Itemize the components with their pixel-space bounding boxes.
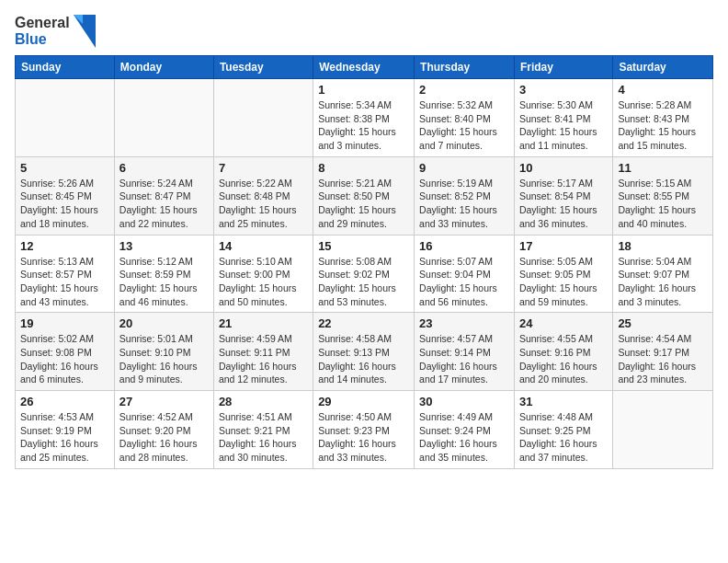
day-info: Sunrise: 4:48 AM Sunset: 9:25 PM Dayligh…: [519, 410, 608, 465]
calendar-cell: 2Sunrise: 5:32 AM Sunset: 8:40 PM Daylig…: [415, 79, 515, 157]
day-number: 14: [219, 239, 308, 253]
calendar-cell: 7Sunrise: 5:22 AM Sunset: 8:48 PM Daylig…: [213, 156, 313, 235]
calendar-cell: 14Sunrise: 5:10 AM Sunset: 9:00 PM Dayli…: [213, 235, 313, 313]
weekday-header-sunday: Sunday: [16, 56, 115, 79]
day-number: 24: [519, 316, 608, 330]
weekday-header-wednesday: Wednesday: [313, 56, 415, 79]
day-info: Sunrise: 5:04 AM Sunset: 9:07 PM Dayligh…: [618, 255, 708, 309]
calendar-cell: [613, 391, 713, 469]
day-number: 18: [618, 239, 708, 253]
calendar-cell: 28Sunrise: 4:51 AM Sunset: 9:21 PM Dayli…: [213, 391, 313, 469]
logo-text: General Blue: [15, 15, 70, 47]
calendar-cell: 13Sunrise: 5:12 AM Sunset: 8:59 PM Dayli…: [114, 235, 213, 313]
day-number: 19: [20, 316, 109, 330]
weekday-header-tuesday: Tuesday: [213, 56, 313, 79]
calendar-cell: [114, 79, 213, 157]
day-info: Sunrise: 5:12 AM Sunset: 8:59 PM Dayligh…: [119, 255, 209, 309]
calendar-cell: 8Sunrise: 5:21 AM Sunset: 8:50 PM Daylig…: [313, 156, 415, 235]
day-number: 22: [318, 316, 409, 330]
day-info: Sunrise: 4:55 AM Sunset: 9:16 PM Dayligh…: [519, 332, 608, 386]
day-number: 12: [20, 239, 109, 253]
calendar-cell: 4Sunrise: 5:28 AM Sunset: 8:43 PM Daylig…: [613, 79, 713, 157]
calendar-cell: 22Sunrise: 4:58 AM Sunset: 9:13 PM Dayli…: [313, 313, 415, 391]
day-number: 3: [519, 83, 608, 97]
calendar-cell: 25Sunrise: 4:54 AM Sunset: 9:17 PM Dayli…: [613, 313, 713, 391]
calendar-week-row: 1Sunrise: 5:34 AM Sunset: 8:38 PM Daylig…: [16, 79, 713, 157]
day-number: 10: [519, 161, 608, 175]
day-number: 13: [119, 239, 209, 253]
day-info: Sunrise: 4:52 AM Sunset: 9:20 PM Dayligh…: [119, 410, 209, 465]
day-info: Sunrise: 4:50 AM Sunset: 9:23 PM Dayligh…: [318, 410, 409, 465]
calendar-week-row: 19Sunrise: 5:02 AM Sunset: 9:08 PM Dayli…: [16, 313, 713, 391]
day-number: 20: [119, 316, 209, 330]
day-info: Sunrise: 4:59 AM Sunset: 9:11 PM Dayligh…: [219, 332, 308, 386]
day-info: Sunrise: 5:24 AM Sunset: 8:47 PM Dayligh…: [119, 177, 209, 231]
day-info: Sunrise: 4:51 AM Sunset: 9:21 PM Dayligh…: [219, 410, 308, 465]
day-info: Sunrise: 4:54 AM Sunset: 9:17 PM Dayligh…: [618, 332, 708, 386]
calendar-table: SundayMondayTuesdayWednesdayThursdayFrid…: [15, 55, 713, 469]
calendar-cell: 23Sunrise: 4:57 AM Sunset: 9:14 PM Dayli…: [415, 313, 515, 391]
calendar-cell: 15Sunrise: 5:08 AM Sunset: 9:02 PM Dayli…: [313, 235, 415, 313]
day-number: 31: [519, 395, 608, 408]
calendar-cell: 20Sunrise: 5:01 AM Sunset: 9:10 PM Dayli…: [114, 313, 213, 391]
day-info: Sunrise: 5:22 AM Sunset: 8:48 PM Dayligh…: [219, 177, 308, 231]
day-number: 26: [20, 395, 109, 408]
weekday-header-friday: Friday: [514, 56, 612, 79]
day-info: Sunrise: 5:30 AM Sunset: 8:41 PM Dayligh…: [519, 98, 608, 153]
calendar-cell: [213, 79, 313, 157]
day-info: Sunrise: 5:21 AM Sunset: 8:50 PM Dayligh…: [318, 177, 409, 231]
day-number: 28: [219, 395, 308, 408]
calendar-week-row: 5Sunrise: 5:26 AM Sunset: 8:45 PM Daylig…: [16, 156, 713, 235]
calendar-cell: 26Sunrise: 4:53 AM Sunset: 9:19 PM Dayli…: [16, 391, 115, 469]
day-number: 11: [618, 161, 708, 175]
day-info: Sunrise: 5:17 AM Sunset: 8:54 PM Dayligh…: [519, 177, 608, 231]
calendar-cell: 16Sunrise: 5:07 AM Sunset: 9:04 PM Dayli…: [415, 235, 515, 313]
day-info: Sunrise: 5:02 AM Sunset: 9:08 PM Dayligh…: [20, 332, 109, 386]
day-info: Sunrise: 4:49 AM Sunset: 9:24 PM Dayligh…: [419, 410, 509, 465]
day-number: 27: [119, 395, 209, 408]
calendar-header-row: SundayMondayTuesdayWednesdayThursdayFrid…: [16, 56, 713, 79]
day-number: 1: [318, 83, 409, 97]
day-info: Sunrise: 5:15 AM Sunset: 8:55 PM Dayligh…: [618, 177, 708, 231]
day-info: Sunrise: 5:08 AM Sunset: 9:02 PM Dayligh…: [318, 255, 409, 309]
day-number: 30: [419, 395, 509, 408]
calendar-cell: 30Sunrise: 4:49 AM Sunset: 9:24 PM Dayli…: [415, 391, 515, 469]
day-number: 4: [618, 83, 708, 97]
weekday-header-thursday: Thursday: [415, 56, 515, 79]
calendar-cell: 5Sunrise: 5:26 AM Sunset: 8:45 PM Daylig…: [16, 156, 115, 235]
logo-brand: General Blue: [15, 15, 96, 48]
calendar-cell: 29Sunrise: 4:50 AM Sunset: 9:23 PM Dayli…: [313, 391, 415, 469]
day-number: 25: [618, 316, 708, 330]
calendar-cell: 17Sunrise: 5:05 AM Sunset: 9:05 PM Dayli…: [514, 235, 612, 313]
page-header: General Blue: [15, 15, 713, 48]
logo-arrow-icon: [70, 15, 96, 48]
calendar-cell: 27Sunrise: 4:52 AM Sunset: 9:20 PM Dayli…: [114, 391, 213, 469]
calendar-cell: 24Sunrise: 4:55 AM Sunset: 9:16 PM Dayli…: [514, 313, 612, 391]
day-info: Sunrise: 4:53 AM Sunset: 9:19 PM Dayligh…: [20, 410, 109, 465]
day-info: Sunrise: 4:58 AM Sunset: 9:13 PM Dayligh…: [318, 332, 409, 386]
day-number: 9: [419, 161, 509, 175]
weekday-header-saturday: Saturday: [613, 56, 713, 79]
day-number: 17: [519, 239, 608, 253]
day-info: Sunrise: 5:34 AM Sunset: 8:38 PM Dayligh…: [318, 98, 409, 153]
day-info: Sunrise: 5:28 AM Sunset: 8:43 PM Dayligh…: [618, 98, 708, 153]
day-info: Sunrise: 5:05 AM Sunset: 9:05 PM Dayligh…: [519, 255, 608, 309]
day-info: Sunrise: 5:19 AM Sunset: 8:52 PM Dayligh…: [419, 177, 509, 231]
day-number: 5: [20, 161, 109, 175]
day-number: 2: [419, 83, 509, 97]
calendar-cell: 11Sunrise: 5:15 AM Sunset: 8:55 PM Dayli…: [613, 156, 713, 235]
calendar-week-row: 26Sunrise: 4:53 AM Sunset: 9:19 PM Dayli…: [16, 391, 713, 469]
calendar-week-row: 12Sunrise: 5:13 AM Sunset: 8:57 PM Dayli…: [16, 235, 713, 313]
day-info: Sunrise: 5:26 AM Sunset: 8:45 PM Dayligh…: [20, 177, 109, 231]
calendar-cell: 12Sunrise: 5:13 AM Sunset: 8:57 PM Dayli…: [16, 235, 115, 313]
day-number: 8: [318, 161, 409, 175]
svg-marker-1: [74, 15, 83, 24]
calendar-cell: 19Sunrise: 5:02 AM Sunset: 9:08 PM Dayli…: [16, 313, 115, 391]
day-info: Sunrise: 5:01 AM Sunset: 9:10 PM Dayligh…: [119, 332, 209, 386]
day-info: Sunrise: 5:32 AM Sunset: 8:40 PM Dayligh…: [419, 98, 509, 153]
svg-marker-0: [74, 15, 96, 48]
calendar-cell: 18Sunrise: 5:04 AM Sunset: 9:07 PM Dayli…: [613, 235, 713, 313]
day-number: 16: [419, 239, 509, 253]
calendar-cell: 10Sunrise: 5:17 AM Sunset: 8:54 PM Dayli…: [514, 156, 612, 235]
day-info: Sunrise: 5:13 AM Sunset: 8:57 PM Dayligh…: [20, 255, 109, 309]
